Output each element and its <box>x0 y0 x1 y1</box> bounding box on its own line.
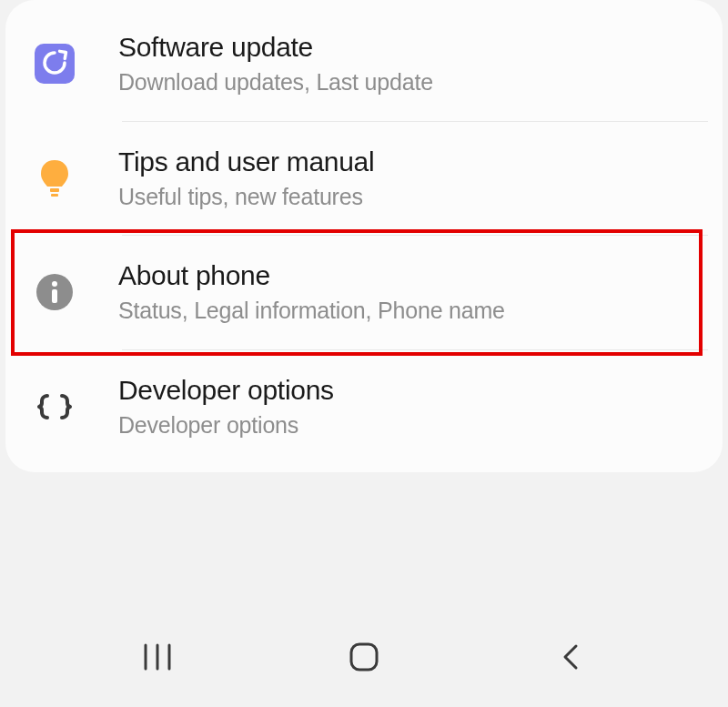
svg-rect-2 <box>51 194 58 197</box>
settings-item-software-update[interactable]: Software update Download updates, Last u… <box>5 7 723 121</box>
svg-rect-1 <box>50 188 59 192</box>
item-text: Tips and user manual Useful tips, new fe… <box>118 146 704 212</box>
navigation-bar <box>0 607 728 707</box>
item-title: Software update <box>118 31 704 64</box>
recent-apps-button[interactable] <box>121 621 194 693</box>
svg-rect-0 <box>35 44 75 84</box>
tips-icon <box>33 157 76 200</box>
software-update-icon <box>33 42 76 86</box>
item-subtitle: Status, Legal information, Phone name <box>118 296 704 326</box>
recent-apps-icon <box>140 641 175 672</box>
developer-options-icon <box>33 385 76 429</box>
settings-item-tips[interactable]: Tips and user manual Useful tips, new fe… <box>5 122 723 236</box>
back-button[interactable] <box>534 621 607 693</box>
item-title: Developer options <box>118 374 704 407</box>
settings-card: Software update Download updates, Last u… <box>5 0 723 472</box>
home-icon <box>348 641 380 673</box>
item-subtitle: Developer options <box>118 410 704 440</box>
item-title: About phone <box>118 259 704 292</box>
svg-point-4 <box>52 281 57 287</box>
back-icon <box>560 641 581 673</box>
item-text: Developer options Developer options <box>118 374 704 440</box>
item-text: About phone Status, Legal information, P… <box>118 259 704 326</box>
svg-rect-5 <box>52 289 57 303</box>
item-title: Tips and user manual <box>118 146 704 178</box>
item-subtitle: Useful tips, new features <box>118 182 704 212</box>
home-button[interactable] <box>328 621 400 693</box>
info-icon <box>33 270 76 314</box>
svg-rect-9 <box>351 644 377 670</box>
item-text: Software update Download updates, Last u… <box>118 31 704 97</box>
item-subtitle: Download updates, Last update <box>118 67 704 97</box>
settings-item-about-phone[interactable]: About phone Status, Legal information, P… <box>5 236 723 349</box>
settings-item-developer-options[interactable]: Developer options Developer options <box>5 350 723 464</box>
